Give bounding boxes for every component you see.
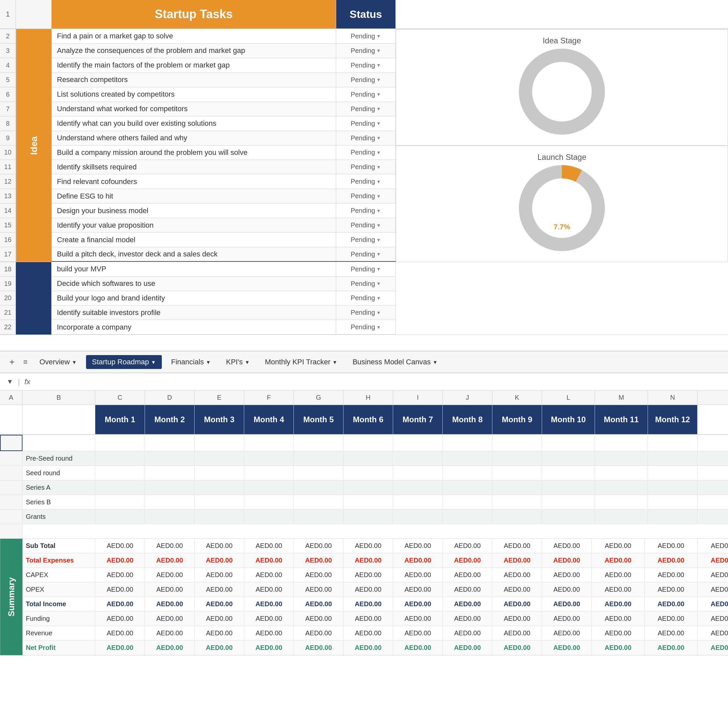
idea-stage-title: Idea Stage [543,36,581,45]
col-header-n: N [648,390,697,405]
formula-arrow-icon: ▼ [7,378,13,385]
row-num-1: 1 [0,0,16,29]
revenue-row: Revenue AED0.00 AED0.00 AED0.00 AED0.00 … [23,626,728,641]
summary-sidebar: Summary [0,539,23,655]
total-expenses-row: Total Expenses AED0.00 AED0.00 AED0.00 A… [23,553,728,568]
month1-header: Month 1 [95,405,145,434]
launch-stage-title: Launch Stage [537,153,586,162]
tab-startup-arrow: ▼ [151,359,156,365]
tasks-status-col: Find a pain or a market gap to solvePend… [52,29,396,262]
col-headers-row: A B C D E F G H I J K L M N [0,390,728,405]
tab-add-button[interactable]: + [7,355,17,369]
seed-row: Seed round [0,466,728,480]
funding-row: Funding AED0.00 AED0.00 AED0.00 AED0.00 … [23,612,728,626]
col-header-c: C [95,390,145,405]
tab-monthly-arrow: ▼ [333,359,338,365]
month5-header: Month 5 [294,405,344,434]
formula-bar: ▼ | fx [0,373,728,390]
tab-startup-roadmap[interactable]: Startup Roadmap ▼ [86,355,162,369]
idea-label: Idea [16,29,52,262]
launch-stage-chart: Launch Stage 7.7% [396,145,728,262]
tab-menu-button[interactable]: ≡ [20,356,30,368]
col-header-g: G [294,390,344,405]
launch-sidebar [16,262,52,335]
month7-header: Month 7 [393,405,443,434]
summary-data: Sub Total AED0.00 AED0.00 AED0.00 AED0.0… [23,539,728,655]
empty-row-1 [0,435,728,451]
col-header-i: I [393,390,443,405]
col-header-b: B [23,390,95,405]
col-header-m: M [595,390,648,405]
opex-row: OPEX AED0.00 AED0.00 AED0.00 AED0.00 AED… [23,583,728,597]
tab-overview[interactable]: Overview ▼ [34,355,83,369]
col-header-f: F [244,390,294,405]
col-header-j: J [443,390,492,405]
col-header-d: D [145,390,194,405]
col-header-k: K [492,390,542,405]
header-row: 1 Startup Tasks Status [0,0,728,29]
launch-percent-label: 7.7% [554,223,570,231]
subtotal-row: Sub Total AED0.00 AED0.00 AED0.00 AED0.0… [23,539,728,553]
tab-bmc[interactable]: Business Model Canvas ▼ [346,355,444,369]
month3-header: Month 3 [194,405,244,434]
month4-header: Month 4 [244,405,294,434]
month9-header: Month 9 [492,405,542,434]
top-spreadsheet: 1 Startup Tasks Status 2 3 4 5 6 7 8 9 [0,0,728,351]
row-nums-launch: 18 19 20 21 22 [0,262,16,335]
formula-divider: | [18,377,20,387]
tab-financials[interactable]: Financials ▼ [165,355,217,369]
tab-monthly-kpi[interactable]: Monthly KPI Tracker ▼ [259,355,343,369]
tab-overview-arrow: ▼ [72,359,77,365]
row-nums-col: 2 3 4 5 6 7 8 9 10 11 12 13 14 15 16 17 [0,29,16,262]
col-header-l: L [542,390,595,405]
startup-tasks-header: Startup Tasks [52,0,336,29]
spacer-row [0,524,728,539]
empty-bottom-rows [0,655,728,728]
net-profit-row: Net Profit AED0.00 AED0.00 AED0.00 AED0.… [23,641,728,655]
tab-bmc-arrow: ▼ [433,359,437,365]
total-income-row: Total Income AED0.00 AED0.00 AED0.00 AED… [23,597,728,612]
series-b-row: Series B [0,495,728,509]
col-header-h: H [344,390,393,405]
idea-stage-chart: Idea Stage [396,29,728,145]
launch-stage-donut [519,165,605,251]
col-header-a: A [0,390,23,405]
charts-area: Idea Stage Launch Stage [396,29,728,262]
formula-fx-icon: fx [24,378,30,386]
tasks-area: 2 3 4 5 6 7 8 9 10 11 12 13 14 15 16 17 … [0,29,728,262]
month12-header: Month 12 [648,405,697,434]
svg-point-1 [539,69,585,115]
tab-kpis-arrow: ▼ [245,359,250,365]
status-header: Status [336,0,396,29]
bottom-spreadsheet: A B C D E F G H I J K L M N Month 1 Mont… [0,390,728,728]
tab-kpis[interactable]: KPI's ▼ [220,355,256,369]
month-header-row: Month 1 Month 2 Month 3 Month 4 Month 5 … [0,405,728,435]
idea-stage-donut [519,49,605,135]
charts-header-area [396,0,728,29]
col-header-e: E [194,390,244,405]
series-a-row: Series A [0,480,728,495]
launch-tasks: build your MVPPending ▼ Decide which sof… [52,262,396,335]
month6-header: Month 6 [344,405,393,434]
col-a-header [16,0,52,29]
tab-financials-arrow: ▼ [206,359,211,365]
launch-rows: 18 19 20 21 22 build your MVPPending ▼ D… [0,262,728,335]
month10-header: Month 10 [542,405,595,434]
grants-row: Grants [0,509,728,524]
tab-bar: + ≡ Overview ▼ Startup Roadmap ▼ Financi… [0,351,728,373]
capex-row: CAPEX AED0.00 AED0.00 AED0.00 AED0.00 AE… [23,568,728,583]
month8-header: Month 8 [443,405,492,434]
month11-header: Month 11 [595,405,648,434]
summary-section: Summary Sub Total AED0.00 AED0.00 AED0.0… [0,539,728,655]
pre-seed-row: Pre-Seed round [0,451,728,466]
month2-header: Month 2 [145,405,194,434]
